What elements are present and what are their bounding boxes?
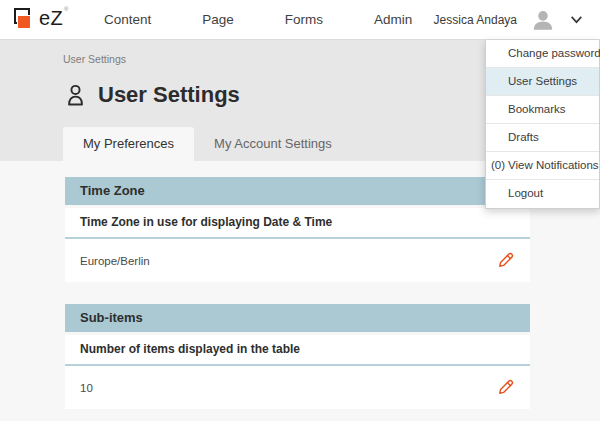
logo-orange-square-icon <box>18 16 30 28</box>
user-name[interactable]: Jessica Andaya <box>434 13 517 27</box>
menu-item-drafts[interactable]: Drafts <box>486 124 599 152</box>
setting-label: Number of items displayed in the table <box>65 335 530 366</box>
avatar[interactable] <box>530 7 556 33</box>
ez-logo[interactable]: eZ ® <box>14 6 70 34</box>
tab-my-preferences[interactable]: My Preferences <box>63 127 194 161</box>
nav-item-page[interactable]: Page <box>202 12 234 27</box>
nav-item-admin[interactable]: Admin <box>374 12 412 27</box>
top-navbar: eZ ® Content Page Forms Admin Jessica An… <box>0 0 600 40</box>
pencil-icon <box>497 251 515 269</box>
timezone-value: Europe/Berlin <box>80 255 150 267</box>
section-title-subitems: Sub-items <box>65 304 530 332</box>
edit-timezone-button[interactable] <box>496 251 516 271</box>
setting-value-row: 10 <box>65 366 530 409</box>
nav-item-forms[interactable]: Forms <box>285 12 323 27</box>
menu-item-user-settings[interactable]: User Settings <box>486 68 599 96</box>
nav-item-content[interactable]: Content <box>104 12 151 27</box>
logo-text: eZ <box>39 7 63 30</box>
user-area: Jessica Andaya <box>434 7 586 33</box>
menu-item-label: View Notifications <box>508 159 599 171</box>
menu-item-change-password[interactable]: Change password <box>486 40 599 68</box>
tab-my-account-settings[interactable]: My Account Settings <box>194 127 352 161</box>
setting-value-row: Europe/Berlin <box>65 239 530 282</box>
edit-subitems-button[interactable] <box>496 378 516 398</box>
menu-item-logout[interactable]: Logout <box>486 180 599 208</box>
chevron-down-icon[interactable] <box>569 12 584 27</box>
logo-trademark: ® <box>64 6 68 12</box>
user-dropdown-menu: Change password User Settings Bookmarks … <box>485 40 600 209</box>
menu-item-view-notifications[interactable]: (0)View Notifications <box>486 152 599 180</box>
timezone-section: Time Zone Time Zone in use for displayin… <box>65 177 530 282</box>
subitems-section: Sub-items Number of items displayed in t… <box>65 304 530 409</box>
page-title: User Settings <box>98 82 240 108</box>
subitems-value: 10 <box>80 382 93 394</box>
user-icon <box>63 83 88 108</box>
setting-label: Time Zone in use for displaying Date & T… <box>65 208 530 239</box>
section-title-timezone: Time Zone <box>65 177 530 205</box>
menu-item-bookmarks[interactable]: Bookmarks <box>486 96 599 124</box>
pencil-icon <box>497 378 515 396</box>
notification-count: (0) <box>491 159 505 171</box>
main-nav: Content Page Forms Admin <box>104 12 412 27</box>
